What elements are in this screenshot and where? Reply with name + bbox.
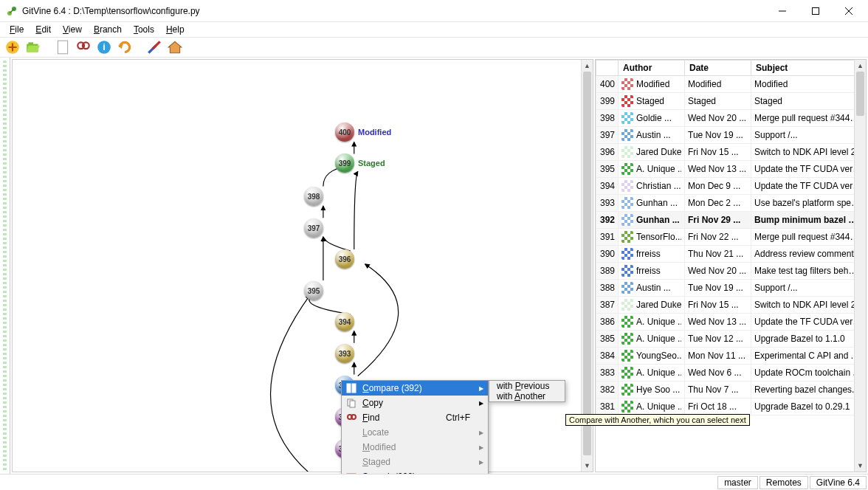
avatar [621, 384, 633, 396]
commits-scrollbar[interactable]: ▲ ▼ [854, 60, 866, 472]
table-row[interactable]: 396Jared DukeFri Nov 15 ...Switch to NDK… [596, 144, 866, 161]
table-row[interactable]: 400ModifiedModifiedModified [596, 76, 866, 93]
table-row[interactable]: 385A. Unique ...Tue Nov 12 ...Upgrade Ba… [596, 331, 866, 348]
status-version[interactable]: GitVine 6.4 [810, 476, 867, 489]
toolbar-home-icon[interactable] [167, 39, 183, 55]
author-name: YoungSeo... [636, 351, 681, 361]
submenu-arrow-icon: ▶ [479, 459, 483, 466]
table-row[interactable]: 390frreissThu Nov 21 ...Address review c… [596, 246, 866, 263]
table-row[interactable]: 386A. Unique ...Wed Nov 13 ...Update the… [596, 314, 866, 331]
context-menu-item: Locate▶ [342, 425, 488, 440]
table-row[interactable]: 399StagedStagedStaged [596, 93, 866, 110]
submenu-item[interactable]: with Another [489, 391, 565, 401]
table-row[interactable]: 393Gunhan ...Mon Dec 2 ...Use bazel's pl… [596, 195, 866, 212]
commit-node-394[interactable]: 394 [335, 312, 354, 331]
table-row[interactable]: 398Goldie ...Wed Nov 20 ...Merge pull re… [596, 110, 866, 127]
author-name: Austin ... [636, 283, 671, 293]
author-name: TensorFlo... [636, 232, 681, 242]
svg-rect-20 [352, 384, 356, 393]
toolbar-page-icon[interactable] [55, 39, 71, 55]
close-button[interactable] [832, 1, 865, 21]
avatar [621, 129, 633, 141]
toolbar-tools-icon[interactable] [146, 39, 162, 55]
submenu-arrow-icon: ▶ [479, 385, 483, 392]
context-menu-item[interactable]: FindCtrl+F [342, 410, 488, 425]
window-buttons [765, 1, 865, 21]
avatar [621, 197, 633, 209]
avatar [621, 316, 633, 328]
commit-node-399[interactable]: 399 [335, 153, 354, 173]
commit-node-397[interactable]: 397 [304, 218, 323, 238]
table-row[interactable]: 381A. Unique ...Fri Oct 18 ...Upgrade Ba… [596, 398, 866, 415]
context-menu-label: Compare (392) [362, 383, 422, 393]
menu-view[interactable]: View [58, 24, 87, 35]
col-author[interactable]: Author [619, 61, 685, 76]
avatar [621, 333, 633, 345]
graph-pane[interactable]: 400Modified399Staged39839739639539439339… [12, 59, 593, 472]
status-remotes[interactable]: Remotes [760, 476, 808, 489]
col-date[interactable]: Date [685, 61, 751, 76]
context-menu[interactable]: Compare (392)▶Copy▶FindCtrl+FLocate▶Modi… [341, 380, 489, 474]
author-name: Gunhan ... [636, 198, 678, 208]
col-subject[interactable]: Subject [751, 61, 866, 76]
tooltip: Compare with Another, which you can sele… [565, 414, 750, 426]
menu-tools[interactable]: Tools [128, 24, 159, 35]
avatar [621, 282, 633, 294]
svg-rect-2 [812, 7, 819, 14]
table-row[interactable]: 383A. Unique ...Wed Nov 6 ...Update ROCm… [596, 365, 866, 382]
menu-help[interactable]: Help [161, 24, 190, 35]
submenu-item[interactable]: with Previous [489, 381, 565, 391]
table-row[interactable]: 397Austin ...Tue Nov 19 ...Support /... [596, 127, 866, 144]
table-row[interactable]: 382Hye Soo ...Thu Nov 7 ...Reverting baz… [596, 382, 866, 398]
avatar [621, 146, 633, 158]
table-row[interactable]: 389frreissWed Nov 20 ...Make test tag fi… [596, 263, 866, 280]
menubar: File Edit View Branch Tools Help [0, 22, 868, 37]
maximize-button[interactable] [799, 1, 832, 21]
toolbar-open-icon[interactable] [25, 39, 41, 55]
context-menu-item[interactable]: Squash (392) [342, 469, 488, 474]
menu-edit[interactable]: Edit [30, 24, 56, 35]
context-menu-label: Locate [362, 427, 389, 438]
minimize-button[interactable] [765, 1, 799, 21]
context-submenu[interactable]: with Previouswith Another [489, 380, 565, 402]
content-area: 400Modified399Staged39839739639539439339… [0, 58, 868, 474]
table-row[interactable]: 391TensorFlo...Fri Nov 22 ...Merge pull … [596, 229, 866, 246]
status-master[interactable]: master [717, 476, 758, 489]
avatar [621, 367, 633, 379]
graph-scrollbar[interactable]: ▲ ▼ [581, 60, 593, 472]
commit-node-395[interactable]: 395 [304, 281, 323, 300]
svg-point-24 [351, 415, 356, 419]
shortcut-label: Ctrl+F [446, 413, 470, 423]
squash-icon [345, 470, 358, 474]
context-menu-label: Staged [362, 457, 390, 467]
toolbar-redo-icon[interactable] [117, 39, 133, 55]
col-num[interactable] [596, 61, 619, 76]
blank-icon [345, 455, 358, 469]
toolbar-info-icon[interactable]: i [96, 39, 112, 55]
table-row[interactable]: 392Gunhan ...Fri Nov 29 ...Bump minimum … [596, 212, 866, 229]
avatar [621, 299, 633, 311]
commits-table[interactable]: Author Date Subject 400ModifiedModifiedM… [596, 60, 866, 415]
toolbar-new-icon[interactable] [4, 39, 21, 55]
author-name: A. Unique ... [636, 368, 681, 378]
toolbar-find-icon[interactable] [75, 39, 92, 55]
table-row[interactable]: 388Austin ...Tue Nov 19 ...Support /... [596, 280, 866, 297]
submenu-arrow-icon: ▶ [479, 429, 483, 436]
menu-file[interactable]: File [4, 24, 29, 35]
svg-rect-19 [347, 384, 351, 393]
table-row[interactable]: 394Christian ...Mon Dec 9 ...Update the … [596, 178, 866, 195]
commits-table-wrap: Author Date Subject 400ModifiedModifiedM… [595, 59, 867, 472]
avatar [621, 112, 633, 124]
commit-node-393[interactable]: 393 [335, 344, 354, 363]
table-row[interactable]: 384YoungSeo...Mon Nov 11 ...Experimental… [596, 348, 866, 365]
menu-branch[interactable]: Branch [89, 24, 127, 35]
commit-node-396[interactable]: 396 [335, 249, 354, 269]
context-menu-item[interactable]: Copy▶ [342, 396, 488, 410]
commit-node-398[interactable]: 398 [304, 187, 323, 206]
left-gutter[interactable] [0, 58, 10, 474]
context-menu-item[interactable]: Compare (392)▶ [342, 381, 488, 396]
table-row[interactable]: 387Jared DukeFri Nov 15 ...Switch to NDK… [596, 297, 866, 314]
commit-node-400[interactable]: 400 [335, 122, 354, 142]
table-row[interactable]: 395A. Unique ...Wed Nov 13 ...Update the… [596, 161, 866, 178]
author-name: Staged [636, 96, 664, 106]
